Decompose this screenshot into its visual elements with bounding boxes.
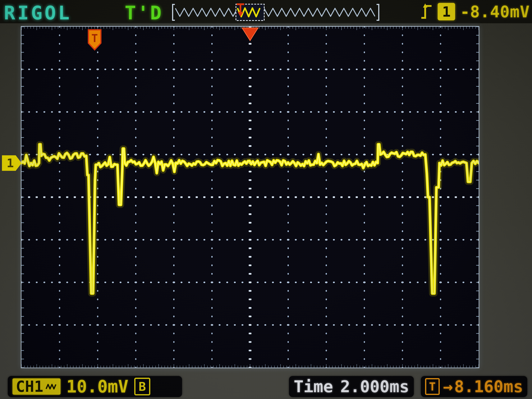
bandwidth-limit-badge: B bbox=[134, 378, 150, 395]
horizontal-position-bar bbox=[172, 3, 380, 21]
svg-text:T: T bbox=[91, 32, 98, 44]
trigger-source-badge: 1 bbox=[438, 3, 455, 20]
trigger-slope-icon bbox=[420, 3, 433, 20]
channel1-scale-value: 10.0mV bbox=[66, 377, 128, 397]
channel1-zero-marker-label: 1 bbox=[7, 156, 14, 170]
channel1-readout: CH1 10.0mV B bbox=[8, 376, 182, 397]
graticule-and-trace: T bbox=[21, 27, 479, 367]
delay-value: 8.160ms bbox=[454, 377, 523, 396]
timebase-readout: Time 2.000ms bbox=[289, 376, 414, 397]
position-bar-graphic bbox=[172, 3, 380, 21]
channel1-zero-marker: 1 bbox=[2, 155, 22, 171]
trigger-position-icon: T bbox=[425, 378, 440, 395]
brand-logo: RIGOL bbox=[4, 2, 72, 24]
channel1-label: CH1 bbox=[16, 378, 43, 395]
channel1-badge: CH1 bbox=[13, 378, 61, 395]
trigger-status: T'D bbox=[125, 2, 163, 24]
trigger-readout: 1 -8.40mV bbox=[420, 2, 530, 21]
trigger-level-value: -8.40mV bbox=[460, 2, 530, 21]
time-scale-value: 2.000ms bbox=[340, 377, 409, 396]
status-bar: RIGOL T'D 1 -8.40mV bbox=[0, 0, 532, 23]
trigger-delay-readout: T → 8.160ms bbox=[421, 376, 527, 397]
time-label: Time bbox=[294, 377, 333, 396]
oscilloscope-screen: RIGOL T'D 1 -8.40mV T 1 CH1 10.0mV B T bbox=[0, 0, 532, 399]
coupling-wave-icon bbox=[46, 382, 57, 391]
waveform-display-grid: T bbox=[21, 26, 479, 368]
delay-arrow: → bbox=[443, 377, 453, 396]
